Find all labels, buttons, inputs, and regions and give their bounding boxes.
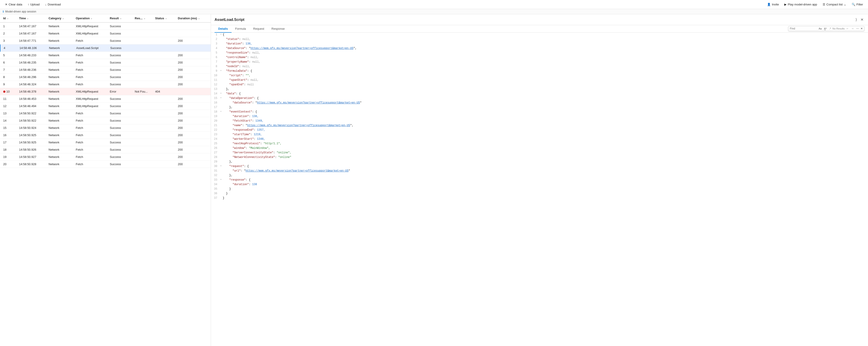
find-input[interactable] [790,27,817,30]
col-header-category[interactable]: Category ⌄ [47,14,74,22]
code-line: 20 "fetchStart": 1349, [211,119,868,123]
find-prev-button[interactable]: ← [845,27,849,30]
cell-duration: 200 [177,118,209,123]
table-row[interactable]: 1514:58:50.924NetworkFetchSuccess200 [0,124,211,132]
fold-button[interactable]: ▾ [219,110,223,113]
table-row[interactable]: 1014:58:48.378NetworkXMLHttpRequestError… [0,88,211,95]
close-panel-button[interactable]: ✕ [860,17,864,23]
cell-duration: 200 [177,82,209,87]
tab-formula[interactable]: Formula [231,25,250,33]
fold-button[interactable]: ▾ [219,69,223,73]
download-button[interactable]: ↓ Download [43,2,63,7]
cell-category: Network [47,89,74,94]
upload-button[interactable]: ↑ Upload [25,2,42,7]
table-header: Id ⌄ Time ⌄ Category ⌄ Operation ⌄ Resul… [0,14,211,23]
code-line: 32 }, [211,173,868,178]
filter-button[interactable]: 🔍 Filter [849,2,865,7]
table-body[interactable]: 114:58:47.167NetworkXMLHttpRequestSucces… [0,23,211,346]
code-line: 35 } [211,187,868,192]
table-row[interactable]: 814:58:48.296NetworkFetchSuccess200 [0,74,211,81]
cell-time: 14:58:47.167 [18,31,47,36]
clear-icon: ✕ [5,3,7,6]
code-line: 34 "duration": 138 [211,182,868,187]
cell-result: Success [108,82,133,87]
line-content: "dataSource": "https://mem.gfx.ms/mevers… [223,101,868,105]
col-header-res[interactable]: Res... ⌄ [133,14,154,22]
regex-button[interactable]: .* [829,27,832,30]
find-more-button[interactable]: ⋯ [856,27,860,30]
line-number: 28 [211,155,219,160]
table-row[interactable]: 1114:58:48.453NetworkXMLHttpRequestSucce… [0,95,211,103]
col-header-time[interactable]: Time ⌄ [18,14,47,22]
cell-operation: Fetch [74,60,108,65]
table-row[interactable]: 414:58:48.106NetworkAssetLoad.ScriptSucc… [0,45,211,52]
cell-id: 15 [2,125,18,131]
match-word-button[interactable]: A̲ᵇ [823,27,828,30]
sort-icon-res: ⌄ [144,17,145,20]
tab-response[interactable]: Response [268,25,288,33]
table-row[interactable]: 1414:58:50.922NetworkFetchSuccess200 [0,117,211,124]
line-number: 10 [211,74,219,78]
col-header-operation[interactable]: Operation ⌄ [74,14,108,22]
clear-data-button[interactable]: ✕ Clear data [3,2,25,7]
col-header-status[interactable]: Status ⌄ [154,14,177,22]
code-view[interactable]: 1▾{2 "status": null,3 "duration": 138,4 … [211,33,868,346]
code-line: 18▾ "eventContext": { [211,110,868,114]
cell-result: Success [108,125,133,131]
tab-details[interactable]: Details [215,25,231,33]
col-header-duration[interactable]: Duration (ms) ⌄ [177,14,209,22]
cell-duration: 200 [177,133,209,138]
match-case-button[interactable]: Aa [818,27,822,30]
fold-button[interactable]: ▾ [219,92,223,95]
invite-button[interactable]: 👤 Invite [765,2,781,7]
line-content: "spanStart": null, [223,78,868,82]
line-number: 26 [211,146,219,150]
play-button[interactable]: ▶ Play model-driven app [782,2,819,7]
cell-duration: 200 [177,147,209,152]
expand-panel-button[interactable]: ⟩ [855,17,858,23]
compact-list-button[interactable]: ☰ Compact list ⌄ [820,2,849,7]
cell-id: 19 [2,154,18,160]
fold-button[interactable]: ▾ [219,33,223,36]
line-content: "duration": 138, [223,114,868,119]
find-close-button[interactable]: ✕ [861,27,863,30]
table-row[interactable]: 2014:58:50.928NetworkFetchSuccess200 [0,161,211,168]
cell-operation: XMLHttpRequest [74,31,108,36]
cell-status [154,25,177,27]
fold-button[interactable]: ▾ [219,164,223,168]
cell-category: Network [47,67,74,73]
line-number: 7 [211,60,219,64]
col-header-id[interactable]: Id ⌄ [2,14,18,22]
table-row[interactable]: 114:58:47.167NetworkXMLHttpRequestSucces… [0,23,211,30]
table-row[interactable]: 714:58:48.236NetworkFetchSuccess200 [0,66,211,74]
line-number: 15 [211,96,219,100]
fold-button[interactable]: ▾ [219,178,223,181]
cell-operation: Fetch [74,53,108,58]
table-row[interactable]: 1714:58:50.925NetworkFetchSuccess200 [0,139,211,146]
find-next-button[interactable]: → [850,27,855,30]
table-row[interactable]: 514:58:48.233NetworkFetchSuccess200 [0,52,211,59]
table-row[interactable]: 1914:58:50.927NetworkFetchSuccess200 [0,153,211,161]
line-content: { [223,33,868,37]
line-content: "spanEnd": null [223,83,868,87]
table-row[interactable]: 914:58:48.324NetworkFetchSuccess200 [0,81,211,88]
line-content: "name": "https://mem.gfx.ms/meversion?pa… [223,123,868,128]
line-content: "data": { [223,92,868,96]
cell-result: Error [108,89,133,94]
cell-id: 14 [2,118,18,123]
table-row[interactable]: 1814:58:50.926NetworkFetchSuccess200 [0,146,211,153]
cell-id: 2 [2,31,18,36]
table-row[interactable]: 1614:58:50.925NetworkFetchSuccess200 [0,132,211,139]
table-row[interactable]: 1214:58:48.494NetworkXMLHttpRequestSucce… [0,103,211,110]
table-row[interactable]: 1314:58:50.922NetworkFetchSuccess200 [0,110,211,117]
table-row[interactable]: 614:58:48.235NetworkFetchSuccess200 [0,59,211,66]
code-line: 30▾ "request": { [211,164,868,169]
cell-status [154,127,177,129]
col-header-result[interactable]: Result ⌄ [108,14,133,22]
play-icon: ▶ [784,3,786,6]
table-row[interactable]: 214:58:47.167NetworkXMLHttpRequestSucces… [0,30,211,37]
fold-button[interactable]: ▾ [219,96,223,100]
sort-icon-time: ⌄ [27,17,29,20]
tab-request[interactable]: Request [249,25,268,33]
table-row[interactable]: 314:58:47.771NetworkFetchSuccess200 [0,37,211,45]
